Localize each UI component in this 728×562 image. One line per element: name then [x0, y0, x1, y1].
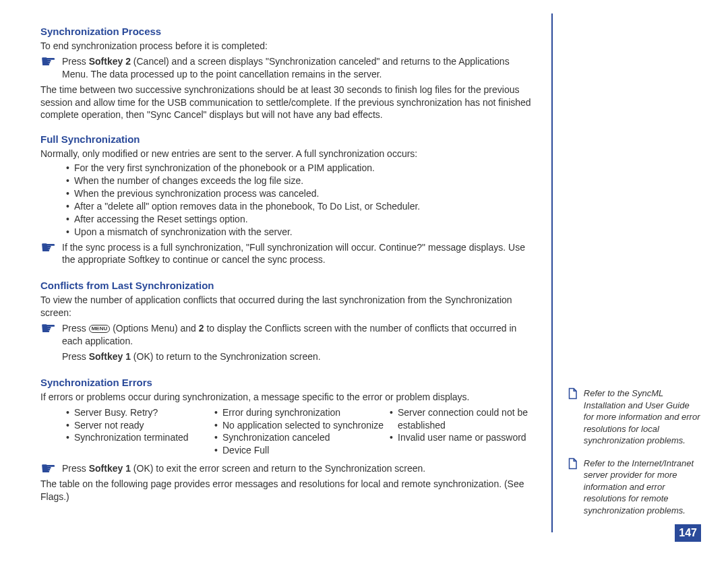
pointer-icon: ☛	[40, 462, 62, 475]
list-item: Server not ready	[66, 419, 214, 432]
errors-para: The table on the following page provides…	[40, 478, 538, 503]
full-sync-bullets: For the very first synchronization of th…	[40, 162, 538, 238]
error-col-1: Server Busy. Retry? Server not ready Syn…	[66, 406, 214, 458]
pointer-text: If the sync process is a full synchroniz…	[62, 241, 538, 267]
pointer-icon: ☛	[40, 241, 62, 267]
list-item: Error during synchronization	[214, 406, 390, 419]
list-item: After accessing the Reset settings optio…	[66, 213, 538, 226]
list-item: Device Full	[214, 444, 390, 457]
sync-process-para: The time between two successive synchron…	[40, 84, 538, 122]
page-content: Synchronization Process To end synchroni…	[0, 0, 728, 532]
heading-conflicts: Conflicts from Last Synchronization	[40, 280, 538, 291]
sidebar-note-2: Refer to the Internet/Intranet server pr…	[566, 458, 701, 517]
pointer-icon: ☛	[40, 322, 62, 363]
page-number: 147	[675, 524, 701, 542]
list-item: Upon a mismatch of synchronization with …	[66, 226, 538, 239]
page-icon	[566, 458, 578, 470]
heading-sync-errors: Synchronization Errors	[40, 377, 538, 388]
list-item-cont: established	[390, 419, 538, 432]
full-sync-pointer: ☛ If the sync process is a full synchron…	[40, 241, 538, 267]
note-icon	[566, 387, 584, 447]
list-item: Server connection could not be	[390, 406, 538, 419]
sync-process-pointer: ☛ Press Softkey 2 (Cancel) and a screen …	[40, 55, 538, 81]
list-item: After a "delete all" option removes data…	[66, 200, 538, 213]
menu-pill-icon: MENU	[89, 325, 111, 333]
full-sync-intro: Normally, only modified or new entries a…	[40, 148, 538, 160]
conflicts-intro: To view the number of application confli…	[40, 294, 538, 319]
list-item: Synchronization terminated	[66, 431, 214, 444]
error-col-2: Error during synchronization No applicat…	[214, 406, 390, 458]
error-columns: Server Busy. Retry? Server not ready Syn…	[40, 406, 538, 458]
note-text: Refer to the Internet/Intranet server pr…	[584, 458, 701, 517]
main-column: Synchronization Process To end synchroni…	[40, 20, 551, 532]
list-item: Server Busy. Retry?	[66, 406, 214, 419]
pointer-icon: ☛	[40, 55, 62, 81]
list-item: When the previous synchronization proces…	[66, 187, 538, 200]
note-icon	[566, 458, 584, 517]
errors-intro: If errors or problems occur during synch…	[40, 391, 538, 404]
heading-sync-process: Synchronization Process	[40, 26, 538, 37]
page-icon	[566, 387, 578, 400]
list-item: For the very first synchronization of th…	[66, 162, 538, 175]
list-item: Invalid user name or password	[390, 431, 538, 444]
conflicts-pointer: ☛ Press MENU (Options Menu) and 2 to dis…	[40, 322, 538, 363]
error-col-3: Server connection could not be establish…	[390, 406, 538, 458]
list-item: When the number of changes exceeds the l…	[66, 175, 538, 187]
sidebar-note-1: Refer to the SyncML Installation and Use…	[566, 387, 701, 447]
sidebar-column: Refer to the SyncML Installation and Use…	[553, 20, 701, 532]
pointer-text: Press Softkey 2 (Cancel) and a screen di…	[62, 55, 538, 81]
pointer-text: Press MENU (Options Menu) and 2 to displ…	[62, 322, 538, 363]
heading-full-sync: Full Synchronization	[40, 133, 538, 145]
note-text: Refer to the SyncML Installation and Use…	[584, 387, 701, 447]
sync-process-intro: To end synchronization process before it…	[40, 40, 538, 53]
list-item: Synchronization canceled	[214, 431, 390, 444]
list-item: No application selected to synchronize	[214, 419, 390, 432]
errors-pointer: ☛ Press Softkey 1 (OK) to exit the error…	[40, 462, 538, 475]
pointer-text: Press Softkey 1 (OK) to exit the error s…	[62, 462, 538, 475]
